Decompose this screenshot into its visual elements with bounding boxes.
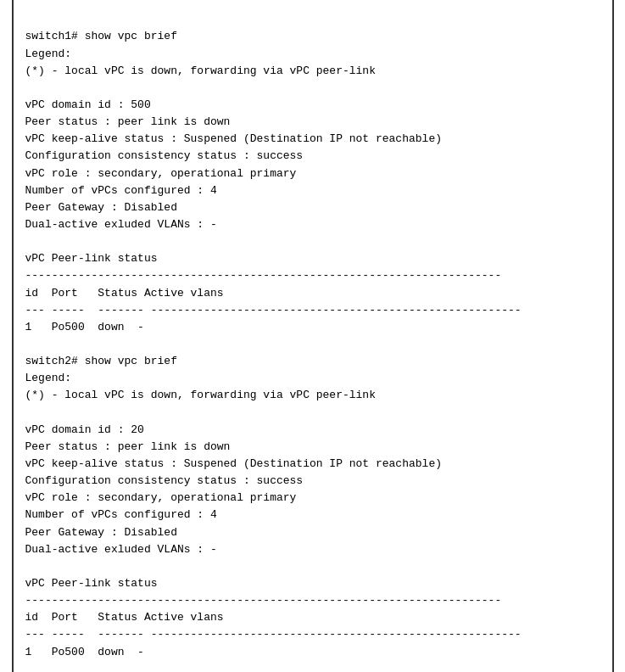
terminal-content: switch1# show vpc brief Legend: (*) - lo… — [25, 28, 600, 660]
terminal-window: switch1# show vpc brief Legend: (*) - lo… — [12, 0, 614, 672]
